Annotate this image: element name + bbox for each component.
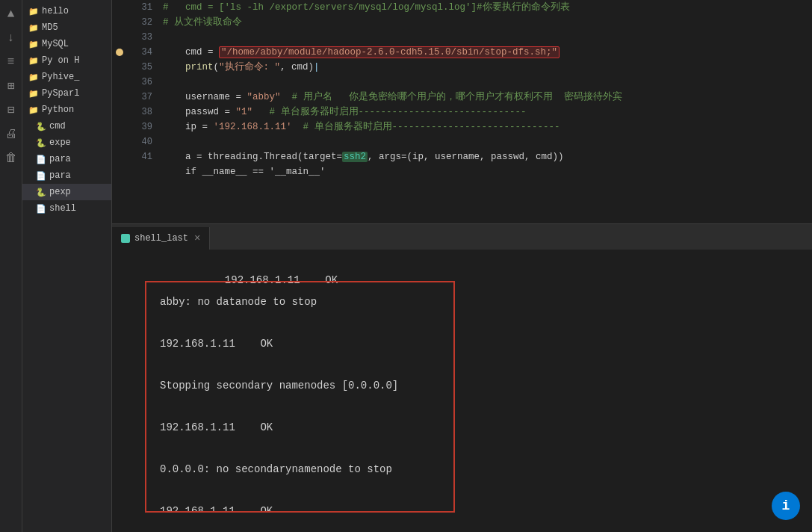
code-line-38: passwd = "1" # 单台服务器时启用-----------------…	[163, 105, 806, 120]
editor-main: 31 32 33 34 35 36 37 38 39 40 41 42	[112, 0, 812, 532]
bp-row-33	[112, 30, 127, 45]
file-item-shell[interactable]: 📄 shell	[22, 200, 111, 217]
code-line-42: if __name__ == '__main__'	[163, 164, 806, 179]
file-label: MySQL	[42, 39, 69, 49]
terminal-output-line-9: 0.0.0.0: no secondarynamenode to stop	[160, 459, 440, 480]
delete-icon[interactable]: 🗑	[3, 149, 19, 166]
folder-icon: 📁	[28, 55, 39, 66]
code-line-33	[163, 30, 806, 45]
file-item-pyon[interactable]: 📁 Py on H	[22, 52, 111, 69]
file-icon: 📄	[36, 203, 46, 214]
ln-36: 36	[127, 75, 152, 90]
code-line-32: # 从文件读取命令	[163, 15, 806, 30]
tab-label: shell_last	[134, 233, 188, 244]
shell-last-tab[interactable]: shell_last ×	[112, 227, 210, 250]
info-button[interactable]: i	[772, 492, 800, 520]
code-line-34: cmd = "/home/abby/module/hadoop-2.6.0-cd…	[163, 45, 806, 60]
file-icon: 🐍	[36, 187, 46, 197]
file-item-cmd[interactable]: 🐍 cmd	[22, 118, 111, 134]
file-icon: 📄	[36, 154, 46, 164]
file-item-pexp[interactable]: 🐍 pexp	[22, 184, 111, 200]
folder-icon: 📁	[28, 6, 39, 16]
ln-32: 32	[127, 15, 152, 30]
remove-icon[interactable]: ⊟	[3, 102, 19, 118]
file-icon: 🐍	[36, 121, 46, 132]
gutter: 31 32 33 34 35 36 37 38 39 40 41 42	[112, 0, 157, 223]
file-label: PySparl	[42, 88, 79, 99]
file-item-pyspark[interactable]: 📁 PySparl	[22, 85, 111, 102]
file-item-para1[interactable]: 📄 para	[22, 151, 111, 167]
file-panel: 📁 hello 📁 MD5 📁 MySQL 📁 Py on H 📁	[22, 0, 112, 532]
ln-35: 35	[127, 60, 152, 75]
up-icon[interactable]: ▲	[3, 6, 19, 22]
terminal-output-box: abby: no datanode to stop 192.168.1.11 O…	[145, 281, 455, 513]
bp-row-37	[112, 90, 127, 105]
info-label: i	[782, 498, 790, 513]
ln-34: 34	[127, 45, 152, 60]
breakpoint-column	[112, 0, 127, 223]
breakpoint-dot	[116, 49, 123, 56]
bp-row-38	[112, 105, 127, 120]
code-line-31: # cmd = ['ls -lh /export/servers/mysql/l…	[163, 0, 806, 15]
bp-row-41	[112, 149, 127, 164]
file-label: hello	[42, 6, 69, 16]
ln-33: 33	[127, 30, 152, 45]
file-label: cmd	[49, 121, 66, 132]
ln-31: 31	[127, 0, 152, 15]
folder-icon: 📁	[28, 88, 39, 99]
bp-row-40	[112, 134, 127, 149]
code-line-37: username = "abby" # 用户名 你是免密给哪个用户的，哪个用户才…	[163, 90, 806, 105]
terminal-output-line-6	[160, 396, 440, 417]
file-label: shell	[49, 203, 76, 214]
ln-38: 38	[127, 105, 152, 120]
code-view[interactable]: 31 32 33 34 35 36 37 38 39 40 41 42	[112, 0, 812, 223]
menu-icon[interactable]: ≡	[3, 54, 19, 70]
file-item-mysql[interactable]: 📁 MySQL	[22, 36, 111, 52]
tab-close-button[interactable]: ×	[194, 232, 200, 244]
terminal-output-line-10	[160, 480, 440, 501]
file-label: para	[49, 170, 71, 181]
file-item-expe[interactable]: 🐍 expe	[22, 134, 111, 151]
print-icon[interactable]: 🖨	[3, 126, 19, 142]
terminal-output-line-7: 192.168.1.11 OK	[160, 417, 440, 438]
line-number-column: 31 32 33 34 35 36 37 38 39 40 41 42	[127, 0, 157, 223]
tab-file-icon	[121, 234, 130, 243]
file-label: Py on H	[42, 55, 79, 66]
file-item-python[interactable]: 📁 Python	[22, 102, 111, 118]
file-label: MD5	[42, 22, 58, 33]
bp-row-32	[112, 15, 127, 30]
bp-row-39	[112, 120, 127, 134]
code-line-40	[163, 134, 806, 149]
code-content[interactable]: # cmd = ['ls -lh /export/servers/mysql/l…	[157, 0, 812, 223]
file-icon: 📄	[36, 170, 46, 181]
down-icon[interactable]: ↓	[3, 30, 19, 46]
folder-icon: 📁	[28, 105, 39, 115]
ln-41: 41	[127, 149, 152, 164]
terminal-output-line-3: 192.168.1.11 OK	[160, 333, 440, 354]
code-line-35: print("执行命令: ", cmd)|	[163, 60, 806, 75]
terminal-output-line-1: abby: no datanode to stop	[160, 291, 440, 312]
code-line-36	[163, 75, 806, 90]
folder-icon: 📁	[28, 72, 39, 82]
terminal-output-line-4	[160, 354, 440, 375]
add-icon[interactable]: ⊞	[3, 78, 19, 94]
folder-icon: 📁	[28, 39, 39, 49]
file-label: Pyhive_	[42, 72, 79, 82]
terminal-output-line-5: Stopping secondary namenodes [0.0.0.0]	[160, 375, 440, 396]
ln-40: 40	[127, 134, 152, 149]
file-item-md5[interactable]: 📁 MD5	[22, 19, 111, 36]
editor-section: 📁 hello 📁 MD5 📁 MySQL 📁 Py on H 📁	[22, 0, 812, 532]
file-item-para2[interactable]: 📄 para	[22, 167, 111, 184]
bp-row-35	[112, 60, 127, 75]
file-label: Python	[42, 105, 74, 115]
file-item-pyhive[interactable]: 📁 Pyhive_	[22, 69, 111, 85]
bp-row-34	[112, 45, 127, 60]
terminal-output-line-8	[160, 438, 440, 459]
bp-row-42	[112, 164, 127, 179]
file-label: pexp	[49, 187, 71, 197]
file-item-hello[interactable]: 📁 hello	[22, 3, 111, 19]
file-icon: 🐍	[36, 137, 46, 148]
left-sidebar: ▲ ↓ ≡ ⊞ ⊟ 🖨 🗑	[0, 0, 22, 532]
file-label: expe	[49, 137, 71, 148]
folder-icon: 📁	[28, 22, 39, 33]
